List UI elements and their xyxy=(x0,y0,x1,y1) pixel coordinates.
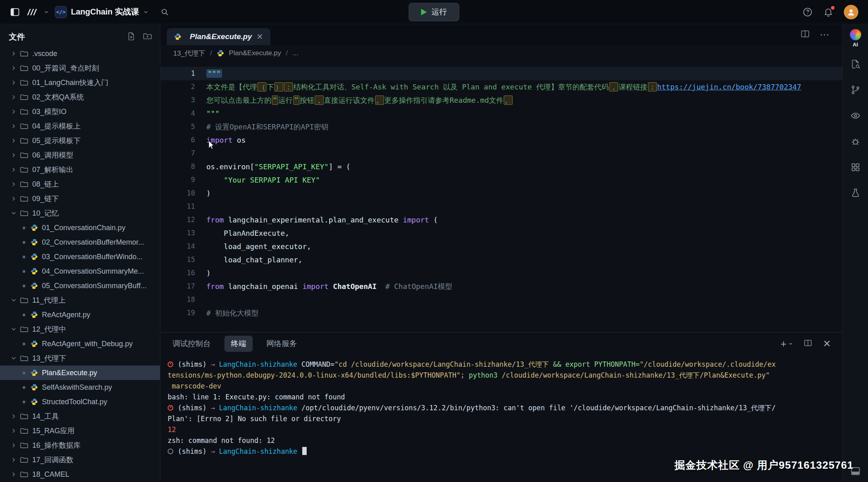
code-line: 9 "Your SERPAPI API KEY" xyxy=(160,173,842,187)
code-text: "Your SERPAPI API KEY" xyxy=(206,173,320,187)
tree-folder[interactable]: 08_链上 xyxy=(0,177,160,191)
tree-item-label: 03_ConversationBufferWindo... xyxy=(42,253,143,261)
tree-folder[interactable]: 06_调用模型 xyxy=(0,148,160,162)
file-status-dot xyxy=(23,270,25,273)
close-panel-icon[interactable]: ✕ xyxy=(823,338,831,349)
tree-file[interactable]: 03_ConversationBufferWindo... xyxy=(0,249,160,264)
file-explorer-sidebar: 文件 .vscode00_开篇词_奇点时刻01_LangChain快速入门02_… xyxy=(0,24,160,482)
chevron-right-icon xyxy=(10,152,19,158)
code-line: 18 xyxy=(160,293,842,306)
sidebar-toggle-icon[interactable] xyxy=(10,7,20,17)
breadcrumb-folder[interactable]: 13_代理下 xyxy=(173,49,205,58)
code-text: # 初始化大模型 xyxy=(206,306,259,320)
more-actions-icon[interactable]: ⋯ xyxy=(820,29,830,40)
line-number: 17 xyxy=(160,280,195,293)
panel-tab[interactable]: 调试控制台 xyxy=(171,336,212,352)
help-icon[interactable] xyxy=(802,7,813,17)
tree-item-label: 17_回调函数 xyxy=(32,455,73,465)
terminal-cursor xyxy=(302,447,307,455)
run-button[interactable]: 运行 xyxy=(409,3,459,21)
line-number: 11 xyxy=(160,200,195,213)
new-file-icon[interactable] xyxy=(127,32,136,42)
workspace-switcher[interactable]: </> LangChain 实战课 xyxy=(55,6,149,18)
search-icon[interactable] xyxy=(160,7,170,17)
chevron-right-icon xyxy=(10,79,19,86)
code-editor[interactable]: 1"""2本文件是【代理（下）：结构化工具对话、Self-Ask with Se… xyxy=(160,61,842,332)
tree-folder[interactable]: 09_链下 xyxy=(0,191,160,206)
line-number: 1 xyxy=(160,67,195,80)
terminal-output[interactable]: (shims) → LangChain-shizhanke COMMAND="c… xyxy=(160,355,842,482)
tree-folder[interactable]: 01_LangChain快速入门 xyxy=(0,75,160,90)
tree-folder[interactable]: 10_记忆 xyxy=(0,206,160,220)
toggle-panel-icon[interactable] xyxy=(850,466,861,476)
app-logo-icon[interactable] xyxy=(26,7,38,17)
tree-item-label: 04_提示模板上 xyxy=(32,121,81,131)
extensions-grid-icon[interactable] xyxy=(850,162,861,172)
tab-plan-execute[interactable]: Plan&Execute.py ✕ xyxy=(167,28,270,45)
terminal-line: 12 xyxy=(168,424,842,435)
tree-file[interactable]: Plan&Execute.py xyxy=(0,366,160,380)
bottom-panel: 调试控制台终端网络服务 + ✕ (shims) → LangChain-shiz… xyxy=(160,332,842,482)
test-flask-icon[interactable] xyxy=(850,188,861,198)
code-lines: 1"""2本文件是【代理（下）：结构化工具对话、Self-Ask with Se… xyxy=(160,67,842,320)
new-terminal-icon[interactable]: + xyxy=(781,338,793,350)
notifications-icon[interactable] xyxy=(823,7,833,17)
file-status-dot xyxy=(23,386,25,389)
tab-close-icon[interactable]: ✕ xyxy=(256,33,263,41)
code-line: 16) xyxy=(160,266,842,280)
tree-folder[interactable]: 17_回调函数 xyxy=(0,453,160,467)
tree-folder[interactable]: 15_RAG应用 xyxy=(0,424,160,438)
tree-item-label: .vscode xyxy=(32,50,57,58)
command-idle-icon xyxy=(168,449,173,454)
split-panel-icon[interactable] xyxy=(804,339,812,349)
tree-folder[interactable]: 03_模型IO xyxy=(0,104,160,119)
avatar[interactable] xyxy=(844,5,858,19)
tree-folder[interactable]: .vscode xyxy=(0,46,160,61)
tree-file[interactable]: 04_ConversationSummaryMe... xyxy=(0,264,160,278)
breadcrumb: 13_代理下 / Plan&Execute.py / ... xyxy=(160,45,842,61)
tree-file[interactable]: StructedToolChat.py xyxy=(0,395,160,409)
tree-file[interactable]: ReActAgent_with_Debug.py xyxy=(0,337,160,351)
tree-folder[interactable]: 11_代理上 xyxy=(0,293,160,307)
tree-item-label: ReActAgent.py xyxy=(42,311,90,319)
file-status-dot xyxy=(23,256,25,258)
preview-eye-icon[interactable] xyxy=(850,110,861,121)
tree-file[interactable]: SelfAskwithSearch.py xyxy=(0,380,160,395)
tree-folder[interactable]: 14_工具 xyxy=(0,409,160,424)
activity-bar: AI xyxy=(842,24,868,482)
split-editor-icon[interactable] xyxy=(800,29,810,40)
tree-item-label: 05_ConversationSummaryBuff... xyxy=(42,282,147,290)
tree-folder[interactable]: 02_文档QA系统 xyxy=(0,90,160,104)
breadcrumb-file[interactable]: Plan&Execute.py xyxy=(229,49,281,57)
tree-folder[interactable]: 07_解析输出 xyxy=(0,162,160,177)
tree-folder[interactable]: 12_代理中 xyxy=(0,322,160,337)
panel-tab[interactable]: 终端 xyxy=(224,336,253,352)
tree-folder[interactable]: 16_操作数据库 xyxy=(0,438,160,453)
file-search-icon[interactable] xyxy=(850,59,861,69)
tree-item-label: 02_文档QA系统 xyxy=(32,92,84,102)
tree-folder[interactable]: 04_提示模板上 xyxy=(0,119,160,133)
debug-bug-icon[interactable] xyxy=(850,136,861,147)
tree-folder[interactable]: 13_代理下 xyxy=(0,351,160,366)
chevron-down-icon[interactable] xyxy=(44,9,49,15)
tree-folder[interactable]: 05_提示模板下 xyxy=(0,133,160,148)
terminal-line: (shims) → LangChain-shizhanke xyxy=(168,446,842,457)
folder-icon xyxy=(20,296,28,304)
tree-file[interactable]: ReActAgent.py xyxy=(0,307,160,322)
line-number: 6 xyxy=(160,133,195,147)
tree-folder[interactable]: 18_CAMEL xyxy=(0,467,160,482)
tree-file[interactable]: 02_ConversationBufferMemor... xyxy=(0,235,160,249)
tree-file[interactable]: 01_ConversationChain.py xyxy=(0,220,160,235)
code-text: load_agent_executor, xyxy=(206,240,311,253)
tree-item-label: 02_ConversationBufferMemor... xyxy=(42,238,144,247)
ai-assistant-button[interactable]: AI xyxy=(850,29,861,48)
tree-folder[interactable]: 00_开篇词_奇点时刻 xyxy=(0,61,160,75)
tree-item-label: 18_CAMEL xyxy=(32,470,69,479)
breadcrumb-more[interactable]: ... xyxy=(293,49,298,57)
line-number: 15 xyxy=(160,253,195,266)
python-file-icon xyxy=(31,253,38,260)
panel-tab[interactable]: 网络服务 xyxy=(265,336,299,352)
git-branch-icon[interactable] xyxy=(850,85,861,95)
new-folder-icon[interactable] xyxy=(143,32,152,42)
tree-file[interactable]: 05_ConversationSummaryBuff... xyxy=(0,278,160,293)
